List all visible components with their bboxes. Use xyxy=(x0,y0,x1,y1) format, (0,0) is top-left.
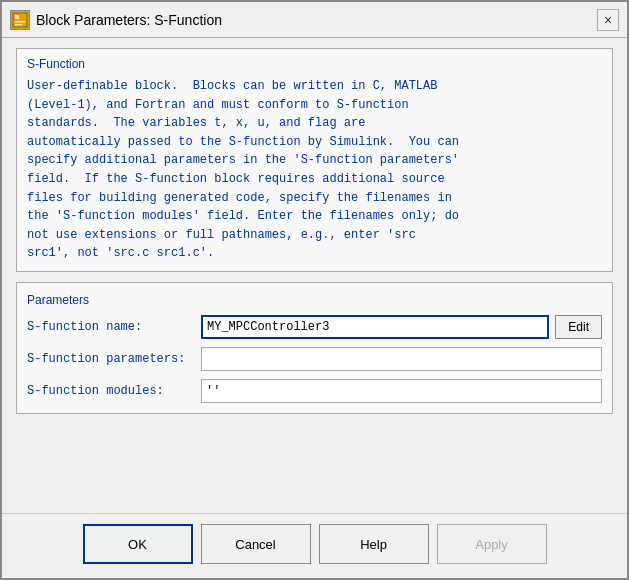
description-section-label: S-Function xyxy=(27,57,602,71)
sfunc-params-input[interactable] xyxy=(201,347,602,371)
sfunc-modules-row: S-function modules: xyxy=(27,379,602,403)
svg-rect-1 xyxy=(15,15,19,19)
sfunc-name-input[interactable] xyxy=(201,315,549,339)
sfunc-name-label: S-function name: xyxy=(27,320,195,334)
sfunc-modules-input[interactable] xyxy=(201,379,602,403)
ok-button[interactable]: OK xyxy=(83,524,193,564)
description-text: User-definable block. Blocks can be writ… xyxy=(27,77,602,263)
dialog-window: Block Parameters: S-Function × S-Functio… xyxy=(0,0,629,580)
svg-rect-2 xyxy=(15,21,25,23)
title-text: Block Parameters: S-Function xyxy=(36,12,222,28)
title-bar: Block Parameters: S-Function × xyxy=(2,2,627,38)
cancel-button[interactable]: Cancel xyxy=(201,524,311,564)
window-icon xyxy=(10,10,30,30)
sfunc-params-row: S-function parameters: xyxy=(27,347,602,371)
parameters-section-label: Parameters xyxy=(27,293,602,307)
sfunc-name-row: S-function name: Edit xyxy=(27,315,602,339)
button-row: OK Cancel Help Apply xyxy=(2,513,627,578)
main-content: S-Function User-definable block. Blocks … xyxy=(2,38,627,513)
parameters-section: Parameters S-function name: Edit S-funct… xyxy=(16,282,613,414)
edit-button[interactable]: Edit xyxy=(555,315,602,339)
svg-rect-3 xyxy=(15,24,22,26)
spacer xyxy=(16,424,613,503)
title-bar-left: Block Parameters: S-Function xyxy=(10,10,222,30)
apply-button[interactable]: Apply xyxy=(437,524,547,564)
sfunc-params-label: S-function parameters: xyxy=(27,352,195,366)
close-button[interactable]: × xyxy=(597,9,619,31)
description-section: S-Function User-definable block. Blocks … xyxy=(16,48,613,272)
sfunc-modules-label: S-function modules: xyxy=(27,384,195,398)
help-button[interactable]: Help xyxy=(319,524,429,564)
